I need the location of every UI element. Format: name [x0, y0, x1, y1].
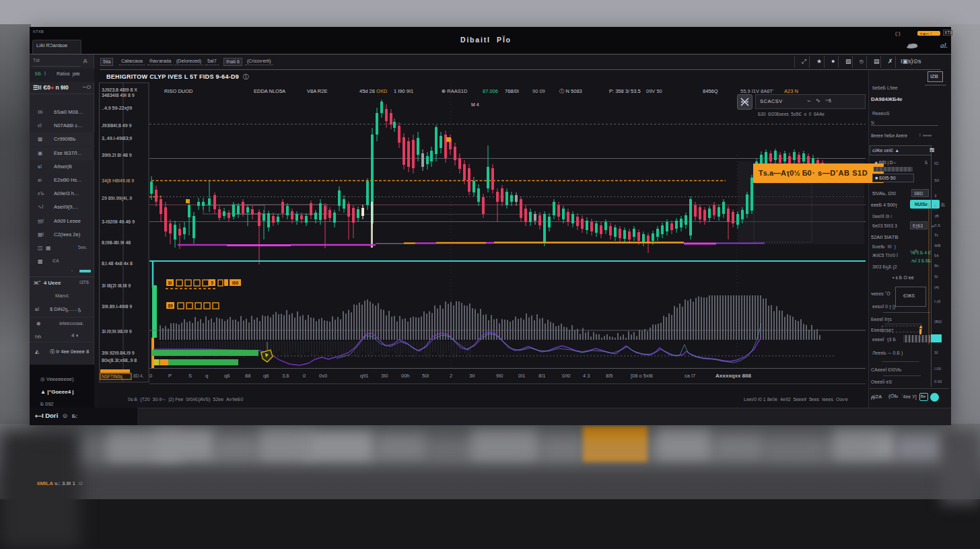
svg-text:3-I92I9I 49.46 9: 3-I92I9I 49.46 9 [102, 219, 135, 224]
svg-text:8D:4,: 8D:4, [133, 373, 144, 378]
svg-text:80x(8.3I;x98,.9 8: 80x(8.3I;x98,.9 8 [102, 358, 137, 363]
svg-text:9I0: 9I0 [496, 373, 503, 379]
svg-text:0/I0: 0/I0 [562, 373, 571, 379]
svg-text:0: 0 [303, 373, 306, 379]
svg-text:..4,9 59-22x(I9: ..4,9 59-22x(I9 [102, 106, 132, 111]
svg-text:00h: 00h [401, 373, 410, 379]
svg-text:89: 89 [168, 303, 173, 308]
svg-text:39I.89.I-49I8 9: 39I.89.I-49I8 9 [102, 304, 132, 309]
svg-text:3I.I9;9I.98.I9 9: 3I.I9;9I.98.I9 9 [102, 329, 132, 334]
svg-text:q91: q91 [360, 373, 369, 379]
svg-text:8I1: 8I1 [538, 373, 545, 379]
svg-text:0v0: 0v0 [319, 373, 327, 379]
svg-text:8;I98-I8I.9I 48: 8;I98-I8I.9I 48 [102, 240, 131, 245]
svg-text:S: S [188, 373, 192, 379]
svg-text:50I: 50I [422, 373, 429, 379]
svg-text:39I.92I9.84,I9 9: 39I.92I9.84,I9 9 [102, 351, 135, 355]
svg-text:3,6: 3,6 [282, 373, 289, 379]
svg-text:I00: I00 [232, 281, 238, 285]
svg-text:q6: q6 [263, 373, 269, 379]
svg-text:0: 0 [149, 373, 152, 379]
svg-text:NSFTIN0q: NSFTIN0q [102, 374, 123, 379]
svg-text:ca I7: ca I7 [685, 373, 695, 379]
svg-text:J93I84I;8 49 9: J93I84I;8 49 9 [102, 123, 131, 128]
svg-text:8I: 8I [168, 281, 172, 285]
svg-text:3II: 3II [469, 373, 475, 379]
svg-text:4 3: 4 3 [583, 373, 590, 379]
svg-text:Axxxxqxx 8II8: Axxxxqxx 8II8 [715, 373, 751, 379]
svg-text:29 89I.99(4I,.9: 29 89I.99(4I,.9 [102, 196, 132, 201]
svg-text:q: q [205, 373, 208, 379]
svg-text:3I I8(2I I8.I8 9: 3I I8(2I I8.I8 9 [102, 283, 131, 289]
svg-text:88: 88 [245, 373, 250, 379]
svg-text:3,.49.I-49I83;9: 3,.49.I-49I83;9 [102, 136, 132, 141]
svg-text:M 4: M 4 [471, 102, 479, 107]
svg-text:0I1: 0I1 [518, 373, 525, 379]
svg-text:3I0: 3I0 [381, 373, 388, 379]
svg-text:[08 o 5xI6: [08 o 5xI6 [631, 373, 653, 379]
svg-text:8I5: 8I5 [606, 373, 612, 379]
svg-text:2: 2 [450, 373, 452, 379]
svg-text:34834I8 49I 8 9: 34834I8 49I 8 9 [102, 93, 135, 98]
svg-text:3J923;8 48I9 8 X: 3J923;8 48I9 8 X [102, 87, 137, 92]
svg-text:5: 5 [211, 281, 213, 285]
svg-text:q6: q6 [224, 373, 230, 379]
svg-text:P: P [168, 373, 172, 379]
svg-text:8;I.48 4x8 4x 8: 8;I.48 4x8 4x 8 [102, 261, 133, 266]
svg-text:39I9.2I 8I 48 9: 39I9.2I 8I 48 9 [102, 153, 132, 157]
svg-text:34(8 H8I49.I6 9: 34(8 H8I49.I6 9 [102, 178, 134, 184]
